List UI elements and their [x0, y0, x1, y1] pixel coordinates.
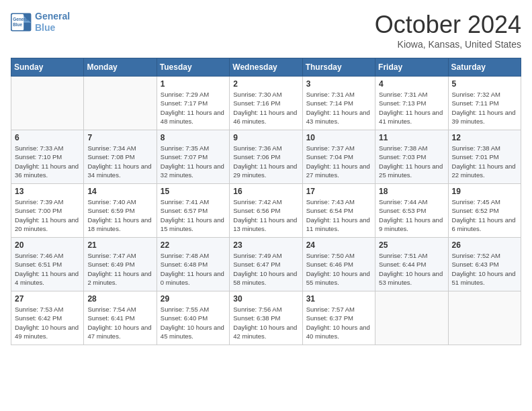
- weekday-header-row: SundayMondayTuesdayWednesdayThursdayFrid…: [11, 58, 521, 77]
- calendar-cell: 1Sunrise: 7:29 AM Sunset: 7:17 PM Daylig…: [157, 77, 229, 130]
- calendar-cell: 10Sunrise: 7:37 AM Sunset: 7:04 PM Dayli…: [302, 130, 375, 184]
- calendar-cell: 3Sunrise: 7:31 AM Sunset: 7:14 PM Daylig…: [302, 77, 375, 130]
- weekday-header-saturday: Saturday: [448, 58, 521, 77]
- day-number: 29: [161, 294, 226, 304]
- day-info: Sunrise: 7:30 AM Sunset: 7:16 PM Dayligh…: [233, 90, 298, 126]
- day-number: 4: [379, 79, 444, 89]
- day-number: 22: [161, 240, 226, 250]
- day-info: Sunrise: 7:38 AM Sunset: 7:01 PM Dayligh…: [452, 144, 517, 179]
- day-number: 15: [161, 187, 226, 196]
- day-info: Sunrise: 7:29 AM Sunset: 7:17 PM Dayligh…: [161, 90, 226, 126]
- day-info: Sunrise: 7:48 AM Sunset: 6:48 PM Dayligh…: [161, 251, 226, 287]
- day-info: Sunrise: 7:43 AM Sunset: 6:54 PM Dayligh…: [306, 197, 371, 233]
- calendar-cell: 19Sunrise: 7:45 AM Sunset: 6:52 PM Dayli…: [448, 184, 521, 238]
- calendar-cell: 30Sunrise: 7:56 AM Sunset: 6:38 PM Dayli…: [230, 291, 302, 345]
- calendar-cell: 27Sunrise: 7:53 AM Sunset: 6:42 PM Dayli…: [11, 291, 84, 345]
- day-number: 1: [161, 79, 226, 89]
- day-info: Sunrise: 7:57 AM Sunset: 6:37 PM Dayligh…: [306, 305, 371, 340]
- day-number: 8: [161, 133, 226, 142]
- day-info: Sunrise: 7:34 AM Sunset: 7:08 PM Dayligh…: [87, 144, 152, 179]
- day-info: Sunrise: 7:55 AM Sunset: 6:40 PM Dayligh…: [161, 305, 226, 340]
- day-number: 24: [306, 240, 371, 250]
- day-number: 20: [15, 240, 80, 250]
- weekday-header-sunday: Sunday: [11, 58, 84, 77]
- day-number: 7: [87, 133, 152, 142]
- day-number: 13: [15, 187, 80, 196]
- logo-text: GeneralBlue: [35, 11, 70, 34]
- week-row-0: 1Sunrise: 7:29 AM Sunset: 7:17 PM Daylig…: [11, 77, 521, 130]
- title-section: October 2024 Kiowa, Kansas, United State…: [375, 11, 521, 50]
- calendar-cell: 16Sunrise: 7:42 AM Sunset: 6:56 PM Dayli…: [230, 184, 302, 238]
- week-row-3: 20Sunrise: 7:46 AM Sunset: 6:51 PM Dayli…: [11, 238, 521, 291]
- day-info: Sunrise: 7:36 AM Sunset: 7:06 PM Dayligh…: [233, 144, 298, 179]
- calendar-cell: [11, 77, 84, 130]
- day-info: Sunrise: 7:45 AM Sunset: 6:52 PM Dayligh…: [452, 197, 517, 233]
- day-info: Sunrise: 7:41 AM Sunset: 6:57 PM Dayligh…: [161, 197, 226, 233]
- day-number: 12: [452, 133, 517, 142]
- day-info: Sunrise: 7:31 AM Sunset: 7:13 PM Dayligh…: [379, 90, 444, 126]
- day-number: 5: [452, 79, 517, 89]
- page-header: General Blue GeneralBlue October 2024 Ki…: [11, 11, 521, 50]
- day-info: Sunrise: 7:52 AM Sunset: 6:43 PM Dayligh…: [452, 251, 517, 287]
- calendar-cell: 24Sunrise: 7:50 AM Sunset: 6:46 PM Dayli…: [302, 238, 375, 291]
- calendar-cell: 12Sunrise: 7:38 AM Sunset: 7:01 PM Dayli…: [448, 130, 521, 184]
- calendar-table: SundayMondayTuesdayWednesdayThursdayFrid…: [11, 58, 521, 345]
- calendar-cell: [375, 291, 448, 345]
- logo: General Blue GeneralBlue: [11, 11, 70, 34]
- day-info: Sunrise: 7:44 AM Sunset: 6:53 PM Dayligh…: [379, 197, 444, 233]
- calendar-cell: 2Sunrise: 7:30 AM Sunset: 7:16 PM Daylig…: [230, 77, 302, 130]
- week-row-4: 27Sunrise: 7:53 AM Sunset: 6:42 PM Dayli…: [11, 291, 521, 345]
- day-info: Sunrise: 7:49 AM Sunset: 6:47 PM Dayligh…: [233, 251, 298, 287]
- day-number: 16: [233, 187, 298, 196]
- calendar-cell: 9Sunrise: 7:36 AM Sunset: 7:06 PM Daylig…: [230, 130, 302, 184]
- logo-icon: General Blue: [11, 13, 32, 32]
- day-number: 9: [233, 133, 298, 142]
- calendar-cell: 26Sunrise: 7:52 AM Sunset: 6:43 PM Dayli…: [448, 238, 521, 291]
- day-info: Sunrise: 7:46 AM Sunset: 6:51 PM Dayligh…: [15, 251, 80, 287]
- calendar-cell: 15Sunrise: 7:41 AM Sunset: 6:57 PM Dayli…: [157, 184, 229, 238]
- day-info: Sunrise: 7:32 AM Sunset: 7:11 PM Dayligh…: [452, 90, 517, 126]
- day-info: Sunrise: 7:54 AM Sunset: 6:41 PM Dayligh…: [87, 305, 152, 340]
- calendar-cell: 28Sunrise: 7:54 AM Sunset: 6:41 PM Dayli…: [84, 291, 157, 345]
- weekday-header-friday: Friday: [375, 58, 448, 77]
- day-number: 30: [233, 294, 298, 304]
- week-row-1: 6Sunrise: 7:33 AM Sunset: 7:10 PM Daylig…: [11, 130, 521, 184]
- day-number: 11: [379, 133, 444, 142]
- calendar-cell: [84, 77, 157, 130]
- day-number: 2: [233, 79, 298, 89]
- weekday-header-monday: Monday: [84, 58, 157, 77]
- calendar-body: 1Sunrise: 7:29 AM Sunset: 7:17 PM Daylig…: [11, 77, 521, 345]
- calendar-cell: 29Sunrise: 7:55 AM Sunset: 6:40 PM Dayli…: [157, 291, 229, 345]
- day-info: Sunrise: 7:53 AM Sunset: 6:42 PM Dayligh…: [15, 305, 80, 340]
- day-number: 17: [306, 187, 371, 196]
- day-number: 26: [452, 240, 517, 250]
- calendar-cell: 25Sunrise: 7:51 AM Sunset: 6:44 PM Dayli…: [375, 238, 448, 291]
- day-number: 6: [15, 133, 80, 142]
- day-info: Sunrise: 7:37 AM Sunset: 7:04 PM Dayligh…: [306, 144, 371, 179]
- week-row-2: 13Sunrise: 7:39 AM Sunset: 7:00 PM Dayli…: [11, 184, 521, 238]
- day-number: 3: [306, 79, 371, 89]
- calendar-cell: 22Sunrise: 7:48 AM Sunset: 6:48 PM Dayli…: [157, 238, 229, 291]
- day-number: 18: [379, 187, 444, 196]
- day-info: Sunrise: 7:33 AM Sunset: 7:10 PM Dayligh…: [15, 144, 80, 179]
- calendar-cell: 18Sunrise: 7:44 AM Sunset: 6:53 PM Dayli…: [375, 184, 448, 238]
- calendar-cell: 14Sunrise: 7:40 AM Sunset: 6:59 PM Dayli…: [84, 184, 157, 238]
- day-number: 28: [87, 294, 152, 304]
- day-info: Sunrise: 7:35 AM Sunset: 7:07 PM Dayligh…: [161, 144, 226, 179]
- month-title: October 2024: [375, 11, 521, 39]
- day-number: 10: [306, 133, 371, 142]
- calendar-cell: 21Sunrise: 7:47 AM Sunset: 6:49 PM Dayli…: [84, 238, 157, 291]
- day-info: Sunrise: 7:31 AM Sunset: 7:14 PM Dayligh…: [306, 90, 371, 126]
- calendar-cell: 6Sunrise: 7:33 AM Sunset: 7:10 PM Daylig…: [11, 130, 84, 184]
- day-info: Sunrise: 7:38 AM Sunset: 7:03 PM Dayligh…: [379, 144, 444, 179]
- calendar-cell: 13Sunrise: 7:39 AM Sunset: 7:00 PM Dayli…: [11, 184, 84, 238]
- day-info: Sunrise: 7:47 AM Sunset: 6:49 PM Dayligh…: [87, 251, 152, 287]
- day-number: 19: [452, 187, 517, 196]
- day-info: Sunrise: 7:51 AM Sunset: 6:44 PM Dayligh…: [379, 251, 444, 287]
- calendar-cell: 23Sunrise: 7:49 AM Sunset: 6:47 PM Dayli…: [230, 238, 302, 291]
- day-number: 23: [233, 240, 298, 250]
- calendar-cell: 7Sunrise: 7:34 AM Sunset: 7:08 PM Daylig…: [84, 130, 157, 184]
- weekday-header-thursday: Thursday: [302, 58, 375, 77]
- calendar-cell: 17Sunrise: 7:43 AM Sunset: 6:54 PM Dayli…: [302, 184, 375, 238]
- day-info: Sunrise: 7:50 AM Sunset: 6:46 PM Dayligh…: [306, 251, 371, 287]
